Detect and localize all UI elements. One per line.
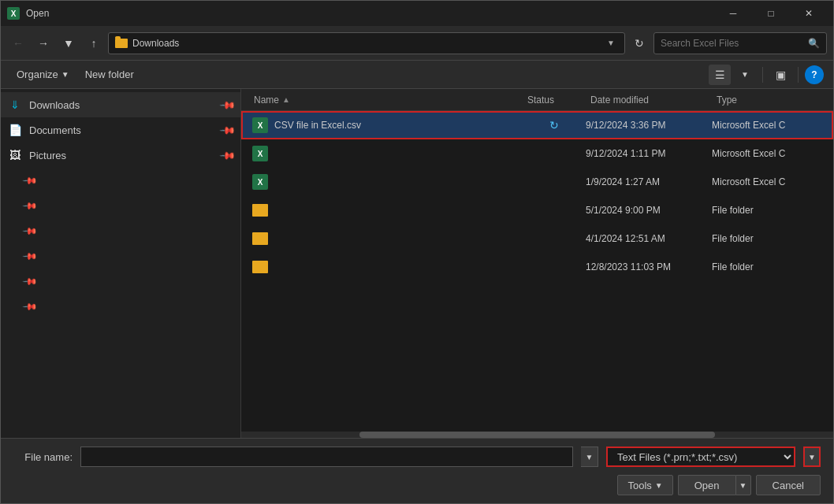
title-controls: ─ □ ✕: [715, 1, 827, 26]
filetype-dropdown-button[interactable]: ▼: [803, 447, 821, 467]
close-button[interactable]: ✕: [791, 1, 827, 26]
path-folder-icon: [115, 39, 128, 48]
open-dropdown-button[interactable]: ▼: [735, 475, 751, 495]
file-name-2: [252, 174, 523, 190]
file-icon-excel-2: [252, 174, 268, 190]
open-button-group: Open ▼: [678, 475, 751, 495]
bottom-bar: File name: ▼ Text Files (*.prn;*.txt;*.c…: [1, 438, 833, 503]
search-input[interactable]: [661, 38, 803, 49]
address-bar: ← → ▼ ↑ Downloads ▼ ↻ 🔍: [1, 26, 833, 61]
empty-pin-1: 📌: [22, 172, 39, 189]
sync-icon-0: ↻: [549, 119, 559, 132]
file-date-4: 4/1/2024 12:51 AM: [586, 233, 712, 244]
file-row-4[interactable]: 4/1/2024 12:51 AM File folder: [241, 224, 833, 253]
title-bar-left: X Open: [7, 7, 49, 20]
help-button[interactable]: ?: [805, 65, 824, 84]
file-row-3[interactable]: 5/1/2024 9:00 PM File folder: [241, 196, 833, 224]
empty-pin-6: 📌: [22, 298, 39, 315]
filetype-select[interactable]: Text Files (*.prn;*.txt;*.csv) All Excel…: [606, 447, 795, 467]
empty-pin-2: 📌: [22, 198, 39, 214]
maximize-button[interactable]: □: [753, 1, 789, 26]
file-icon-excel-1: [252, 146, 268, 161]
pin-icon-downloads: 📌: [219, 96, 236, 113]
filename-dropdown-button[interactable]: ▼: [581, 447, 598, 467]
folder-icon-3: [252, 204, 268, 217]
organize-label: Organize: [17, 69, 58, 80]
file-list: CSV file in Excel.csv ↻ 9/12/2024 3:36 P…: [241, 111, 833, 432]
tools-button[interactable]: Tools ▼: [617, 475, 672, 495]
sidebar-item-pictures[interactable]: 🖼 Pictures 📌: [1, 143, 240, 168]
app-icon: X: [7, 7, 20, 20]
file-type-3: File folder: [712, 205, 822, 216]
file-date-5: 12/8/2023 11:03 PM: [586, 261, 712, 272]
file-type-0: Microsoft Excel C: [712, 120, 822, 131]
path-dropdown-button[interactable]: ▼: [604, 37, 618, 49]
sidebar-item-documents[interactable]: 📄 Documents 📌: [1, 117, 240, 143]
new-folder-button[interactable]: New folder: [79, 65, 140, 85]
downloads-icon: ⇓: [7, 97, 23, 113]
file-name-5: [252, 261, 523, 273]
file-row-5[interactable]: 12/8/2023 11:03 PM File folder: [241, 253, 833, 281]
sidebar: ⇓ Downloads 📌 📄 Documents 📌 🖼 Pictures 📌: [1, 89, 241, 438]
file-type-2: Microsoft Excel C: [712, 176, 822, 187]
sidebar-pin-slot-2: 📌: [1, 193, 240, 218]
file-type-4: File folder: [712, 233, 822, 244]
file-date-1: 9/12/2024 1:11 PM: [586, 148, 712, 159]
back-button[interactable]: ←: [7, 32, 29, 54]
file-type-1: Microsoft Excel C: [712, 148, 822, 159]
file-date-0: 9/12/2024 3:36 PM: [586, 120, 712, 131]
empty-pin-3: 📌: [22, 223, 39, 239]
file-status-0: ↻: [523, 119, 586, 132]
file-area: Name ▲ Status Date modified Type: [241, 89, 833, 438]
refresh-button[interactable]: ↻: [628, 32, 650, 54]
filename-input[interactable]: [80, 447, 573, 467]
tools-chevron-icon: ▼: [655, 481, 663, 490]
new-folder-label: New folder: [85, 69, 134, 80]
sidebar-pin-slot-4: 📌: [1, 243, 240, 269]
file-icon-excel-0: [252, 117, 268, 133]
file-row-2[interactable]: 1/9/2024 1:27 AM Microsoft Excel C: [241, 168, 833, 196]
pin-icon-pictures: 📌: [219, 146, 236, 164]
sidebar-pin-slot-5: 📌: [1, 269, 240, 294]
file-row-0[interactable]: CSV file in Excel.csv ↻ 9/12/2024 3:36 P…: [241, 111, 833, 139]
dialog-title: Open: [26, 8, 49, 19]
col-header-date[interactable]: Date modified: [587, 94, 713, 106]
file-name-3: [252, 204, 523, 217]
folder-icon-4: [252, 232, 268, 245]
open-button[interactable]: Open: [678, 475, 735, 495]
organize-chevron-icon: ▼: [61, 70, 69, 79]
pane-button[interactable]: ▣: [769, 65, 791, 85]
recent-locations-button[interactable]: ▼: [58, 32, 80, 54]
col-header-status[interactable]: Status: [524, 94, 587, 106]
toolbar-separator: [762, 67, 763, 83]
filename-label: File name:: [13, 451, 73, 463]
file-name-4: [252, 232, 523, 245]
file-name-0: CSV file in Excel.csv: [252, 117, 523, 133]
organize-button[interactable]: Organize ▼: [10, 65, 76, 85]
bottom-actions: Tools ▼ Open ▼ Cancel: [13, 475, 821, 495]
file-list-header: Name ▲ Status Date modified Type: [241, 89, 833, 111]
file-date-3: 5/1/2024 9:00 PM: [586, 205, 712, 216]
col-header-type[interactable]: Type: [713, 94, 824, 106]
file-row-1[interactable]: 9/12/2024 1:11 PM Microsoft Excel C: [241, 139, 833, 168]
sidebar-pin-slot-6: 📌: [1, 294, 240, 319]
col-header-name[interactable]: Name ▲: [251, 94, 524, 106]
path-bar: Downloads ▼: [108, 32, 625, 54]
file-type-5: File folder: [712, 261, 822, 272]
pictures-icon: 🖼: [7, 147, 23, 163]
up-button[interactable]: ↑: [83, 32, 105, 54]
forward-button[interactable]: →: [32, 32, 54, 54]
sidebar-label-documents: Documents: [29, 124, 215, 136]
view-dropdown-button[interactable]: ▼: [734, 65, 756, 85]
horizontal-scrollbar[interactable]: [241, 432, 833, 438]
open-dialog: X Open ─ □ ✕ ← → ▼ ↑ Downloads ▼ ↻ 🔍 Org…: [0, 0, 834, 504]
filename-row: File name: ▼ Text Files (*.prn;*.txt;*.c…: [13, 447, 821, 467]
documents-icon: 📄: [7, 122, 23, 138]
sidebar-item-downloads[interactable]: ⇓ Downloads 📌: [1, 92, 240, 117]
cancel-button[interactable]: Cancel: [756, 475, 821, 495]
view-details-button[interactable]: ☰: [709, 65, 731, 85]
pin-icon-documents: 📌: [219, 121, 236, 139]
toolbar-separator-2: [798, 67, 799, 83]
minimize-button[interactable]: ─: [715, 1, 751, 26]
path-text: Downloads: [132, 38, 599, 49]
